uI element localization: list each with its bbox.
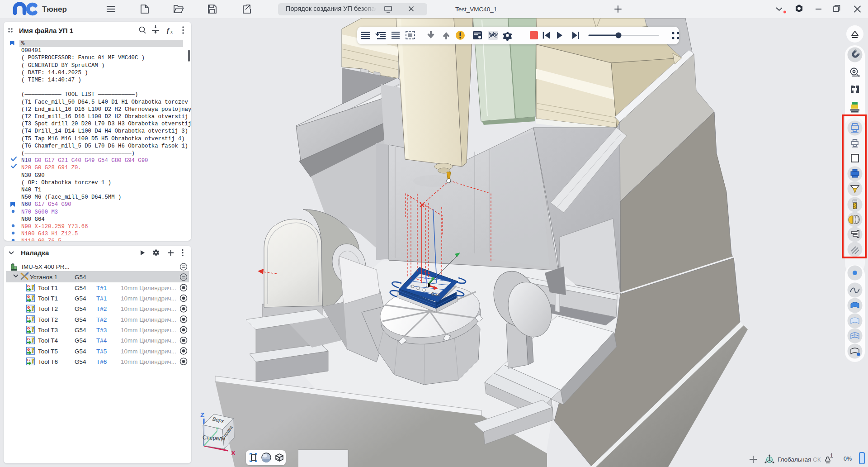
svg-text:0%: 0% — [844, 456, 852, 462]
svg-text:1: 1 — [830, 453, 833, 459]
svg-text:G54: G54 — [431, 291, 440, 297]
svg-text:f: f — [167, 27, 170, 34]
svg-text:Y: Y — [215, 426, 219, 432]
svg-text:X: X — [231, 449, 236, 457]
svg-text:x: x — [170, 29, 173, 34]
svg-text:Z: Z — [200, 411, 204, 419]
svg-text:Глобальная СК: Глобальная СК — [778, 456, 821, 463]
